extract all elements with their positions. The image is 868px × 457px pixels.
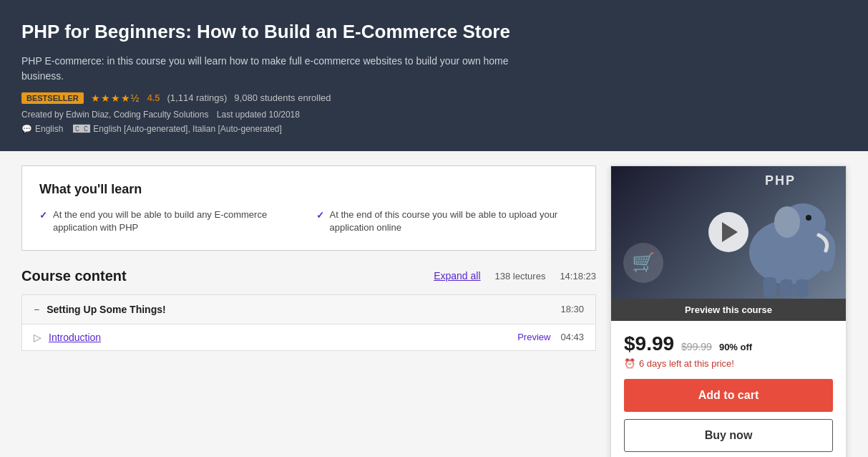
lecture-row: ▷ Introduction Preview 04:43 bbox=[21, 324, 596, 351]
body-left: What you'll learn ✓ At the end you will … bbox=[21, 165, 596, 362]
svg-rect-6 bbox=[796, 279, 809, 297]
cc-icon: 🅲🅲 bbox=[73, 124, 90, 134]
play-button[interactable] bbox=[708, 212, 748, 252]
chat-icon: 💬 bbox=[21, 124, 32, 134]
check-icon-2: ✓ bbox=[316, 209, 324, 222]
play-triangle-icon bbox=[722, 222, 738, 242]
expand-all-button[interactable]: Expand all bbox=[434, 270, 480, 282]
course-title: PHP for Beginners: How to Build an E-Com… bbox=[21, 20, 577, 44]
play-circle-icon: ▷ bbox=[34, 332, 42, 343]
last-updated: Last updated 10/2018 bbox=[217, 110, 300, 120]
rating-value: 4.5 bbox=[147, 92, 160, 103]
lecture-name[interactable]: Introduction bbox=[49, 332, 101, 343]
lectures-count: 138 lectures bbox=[495, 271, 546, 282]
lecture-right: Preview 04:43 bbox=[517, 332, 584, 342]
content-title: Course content bbox=[21, 268, 127, 284]
learn-item-2: ✓ At the end of this course you will be … bbox=[316, 208, 579, 234]
add-to-cart-button[interactable]: Add to cart bbox=[624, 379, 833, 412]
learn-title: What you'll learn bbox=[39, 182, 578, 197]
lecture-time: 04:43 bbox=[560, 332, 584, 342]
content-header: Course content Expand all 138 lectures 1… bbox=[21, 268, 596, 284]
rating-row: BESTSELLER ★★★★½ 4.5 (1,114 ratings) 9,0… bbox=[21, 92, 577, 104]
preview-label[interactable]: Preview this course bbox=[611, 299, 846, 321]
learn-item-1: ✓ At the end you will be able to build a… bbox=[39, 208, 302, 234]
collapse-icon[interactable]: − bbox=[34, 304, 39, 315]
learn-box: What you'll learn ✓ At the end you will … bbox=[21, 165, 596, 251]
discount-percent: 90% off bbox=[719, 342, 752, 352]
section-row[interactable]: − Setting Up Some Things! 18:30 bbox=[21, 294, 596, 324]
duration: 14:18:23 bbox=[560, 271, 596, 282]
php-label: PHP bbox=[765, 173, 796, 188]
current-price: $9.99 bbox=[624, 332, 674, 355]
captions-item: 🅲🅲 English [Auto-generated], Italian [Au… bbox=[73, 124, 282, 134]
header-left: PHP for Beginners: How to Build an E-Com… bbox=[21, 20, 594, 134]
preview-card: 🛒 PHP Preview this course $9.99 $99.99 9… bbox=[610, 165, 847, 458]
svg-rect-5 bbox=[780, 279, 793, 297]
price-row: $9.99 $99.99 90% off bbox=[624, 332, 833, 355]
captions-text: English [Auto-generated], Italian [Auto-… bbox=[93, 124, 282, 134]
svg-text:🛒: 🛒 bbox=[632, 251, 655, 274]
lecture-left: ▷ Introduction bbox=[34, 332, 101, 343]
content-meta: Expand all 138 lectures 14:18:23 bbox=[434, 270, 596, 282]
svg-point-2 bbox=[774, 206, 800, 238]
rating-count: (1,114 ratings) bbox=[167, 92, 228, 103]
learn-text-1: At the end you will be able to build any… bbox=[53, 208, 302, 234]
stars-icon: ★★★★½ bbox=[91, 92, 140, 104]
created-by: Created by Edwin Diaz, Coding Faculty So… bbox=[21, 110, 208, 120]
section-row-header: − Setting Up Some Things! bbox=[34, 304, 166, 315]
timer-row: ⏰ 6 days left at this price! bbox=[624, 358, 833, 369]
timer-icon: ⏰ bbox=[624, 358, 635, 369]
section-name: Setting Up Some Things! bbox=[47, 304, 165, 315]
course-subtitle: PHP E-commerce: in this course you will … bbox=[21, 54, 551, 84]
timer-text: 6 days left at this price! bbox=[639, 358, 734, 369]
language-text: English bbox=[35, 124, 63, 134]
check-icon-1: ✓ bbox=[39, 209, 47, 222]
body-wrapper: What you'll learn ✓ At the end you will … bbox=[0, 151, 868, 458]
bestseller-badge: BESTSELLER bbox=[21, 92, 84, 104]
svg-point-3 bbox=[806, 215, 811, 221]
lang-row: 💬 English 🅲🅲 English [Auto-generated], I… bbox=[21, 124, 577, 134]
buy-now-button[interactable]: Buy now bbox=[624, 419, 833, 452]
section-time: 18:30 bbox=[560, 304, 584, 314]
body-right: 🛒 PHP Preview this course $9.99 $99.99 9… bbox=[610, 165, 847, 458]
price-section: $9.99 $99.99 90% off ⏰ 6 days left at th… bbox=[611, 321, 846, 458]
original-price: $99.99 bbox=[681, 341, 712, 352]
meta-row: Created by Edwin Diaz, Coding Faculty So… bbox=[21, 110, 577, 120]
learn-grid: ✓ At the end you will be able to build a… bbox=[39, 208, 578, 234]
header-section: PHP for Beginners: How to Build an E-Com… bbox=[0, 0, 868, 151]
preview-thumbnail[interactable]: 🛒 PHP bbox=[611, 166, 846, 299]
svg-rect-4 bbox=[764, 277, 776, 297]
learn-text-2: At the end of this course you will be ab… bbox=[330, 208, 579, 234]
shopping-cart-icon: 🛒 bbox=[622, 241, 665, 284]
language-item: 💬 English bbox=[21, 124, 63, 134]
students-count: 9,080 students enrolled bbox=[234, 92, 331, 103]
course-content-section: Course content Expand all 138 lectures 1… bbox=[21, 268, 596, 351]
lecture-preview-button[interactable]: Preview bbox=[517, 332, 550, 342]
